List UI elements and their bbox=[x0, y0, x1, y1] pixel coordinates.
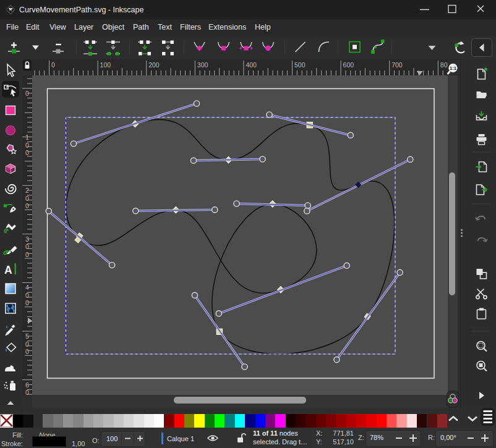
svg-text:0: 0 bbox=[25, 251, 29, 258]
svg-text:0: 0 bbox=[25, 292, 29, 299]
svg-text:100: 100 bbox=[100, 61, 111, 69]
svg-text:0: 0 bbox=[25, 348, 29, 355]
svg-text:200: 200 bbox=[148, 61, 160, 69]
svg-text:0: 0 bbox=[25, 202, 29, 209]
svg-text:0: 0 bbox=[25, 142, 29, 149]
svg-text:0: 0 bbox=[25, 243, 29, 250]
svg-text:0: 0 bbox=[51, 61, 55, 69]
svg-text:0: 0 bbox=[25, 195, 29, 202]
svg-text:0: 0 bbox=[25, 340, 29, 348]
svg-text:700: 700 bbox=[391, 61, 403, 69]
svg-text:300: 300 bbox=[197, 61, 208, 69]
svg-text:500: 500 bbox=[294, 61, 306, 69]
svg-text:600: 600 bbox=[343, 61, 354, 69]
svg-text:400: 400 bbox=[246, 61, 257, 69]
svg-text:0: 0 bbox=[25, 299, 29, 306]
svg-text:1:1: 1:1 bbox=[450, 66, 456, 71]
svg-text:1: 1 bbox=[25, 133, 29, 141]
svg-text:0: 0 bbox=[25, 149, 29, 156]
svg-text:A: A bbox=[4, 264, 12, 276]
